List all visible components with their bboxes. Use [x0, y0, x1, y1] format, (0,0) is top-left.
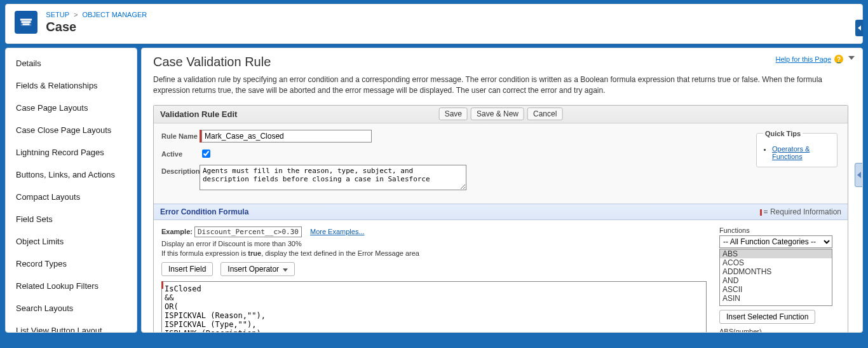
sidebar-item-buttons-links[interactable]: Buttons, Links, and Actions [6, 164, 137, 186]
sidebar-item-page-layouts[interactable]: Case Page Layouts [6, 97, 137, 119]
content-panel: Help for this Page ? Case Validation Rul… [141, 48, 863, 333]
active-checkbox[interactable] [202, 150, 210, 158]
formula-textarea[interactable] [161, 281, 707, 332]
fn-item-asin[interactable]: ASIN [720, 294, 832, 303]
sidebar-item-close-layouts[interactable]: Case Close Page Layouts [6, 119, 137, 141]
right-panel-toggle[interactable] [855, 20, 863, 36]
sidebar-item-lightning-pages[interactable]: Lightning Record Pages [6, 141, 137, 164]
breadcrumb-object-manager[interactable]: OBJECT MANAGER [82, 11, 147, 18]
required-indicator [161, 281, 163, 289]
functions-label: Functions [719, 226, 840, 234]
sidebar-item-search-layouts[interactable]: Search Layouts [6, 297, 137, 319]
hint-1: Display an error if Discount is more tha… [161, 240, 707, 247]
help-icon: ? [834, 55, 843, 64]
active-label: Active [161, 148, 200, 160]
help-for-page-link[interactable]: Help for this Page ? [776, 55, 843, 64]
chevron-down-icon [283, 268, 288, 272]
hint-2: If this formula expression is true, disp… [161, 249, 707, 257]
sidebar-item-lookup-filters[interactable]: Related Lookup Filters [6, 275, 137, 297]
fn-signature: ABS(number) [719, 328, 840, 332]
sidebar-item-compact-layouts[interactable]: Compact Layouts [6, 186, 137, 208]
sidebar-item-details[interactable]: Details [6, 52, 137, 74]
fn-item-and[interactable]: AND [720, 276, 832, 285]
breadcrumb: SETUP > OBJECT MANAGER [46, 11, 147, 18]
panel-title: Validation Rule Edit [160, 109, 237, 119]
save-button[interactable]: Save [439, 108, 468, 120]
sidebar-item-record-types[interactable]: Record Types [6, 253, 137, 275]
save-new-button[interactable]: Save & New [471, 108, 524, 120]
function-list[interactable]: ABS ACOS ADDMONTHS AND ASCII ASIN [719, 249, 832, 306]
example-label: Example: [161, 228, 193, 235]
right-slideout-toggle[interactable] [855, 163, 863, 187]
setup-header: SETUP > OBJECT MANAGER Case [5, 4, 863, 44]
rule-name-input[interactable] [201, 130, 372, 143]
cancel-button[interactable]: Cancel [527, 108, 562, 120]
fn-item-addmonths[interactable]: ADDMONTHS [720, 267, 832, 276]
section-title: Case Validation Rule [153, 55, 848, 69]
fn-item-ascii[interactable]: ASCII [720, 285, 832, 294]
sidebar-item-field-sets[interactable]: Field Sets [6, 208, 137, 230]
error-condition-title: Error Condition Formula [160, 207, 248, 216]
insert-selected-function-button[interactable]: Insert Selected Function [719, 310, 815, 324]
object-sidebar[interactable]: Details Fields & Relationships Case Page… [5, 48, 137, 333]
function-category-select[interactable]: -- All Function Categories -- [719, 235, 832, 248]
quick-tips-title: Quick Tips [763, 130, 803, 137]
help-text: Help for this Page [776, 55, 831, 63]
description-textarea[interactable] [200, 165, 466, 190]
collapse-caret-icon[interactable] [848, 56, 855, 60]
more-examples-link[interactable]: More Examples... [310, 228, 365, 235]
page-title: Case [46, 20, 147, 34]
sidebar-item-listview-buttons[interactable]: List View Button Layout [6, 319, 137, 333]
required-note: = Required Information [760, 207, 841, 216]
description-label: Description [161, 165, 200, 192]
sidebar-item-fields[interactable]: Fields & Relationships [6, 74, 137, 97]
insert-operator-button[interactable]: Insert Operator [220, 262, 295, 276]
fn-item-acos[interactable]: ACOS [720, 258, 832, 267]
quick-tips-box: Quick Tips Operators & Functions [756, 130, 837, 167]
quick-tips-link[interactable]: Operators & Functions [772, 145, 810, 160]
fn-item-abs[interactable]: ABS [720, 249, 832, 258]
example-value: Discount_Percent__c>0.30 [194, 226, 302, 237]
setup-icon [15, 11, 37, 34]
sidebar-item-object-limits[interactable]: Object Limits [6, 230, 137, 253]
intro-text: Define a validation rule by specifying a… [153, 74, 848, 96]
rule-name-label: Rule Name [161, 130, 200, 143]
validation-rule-panel: Validation Rule Edit Save Save & New Can… [153, 105, 848, 332]
breadcrumb-setup[interactable]: SETUP [46, 11, 69, 18]
insert-field-button[interactable]: Insert Field [161, 262, 213, 276]
